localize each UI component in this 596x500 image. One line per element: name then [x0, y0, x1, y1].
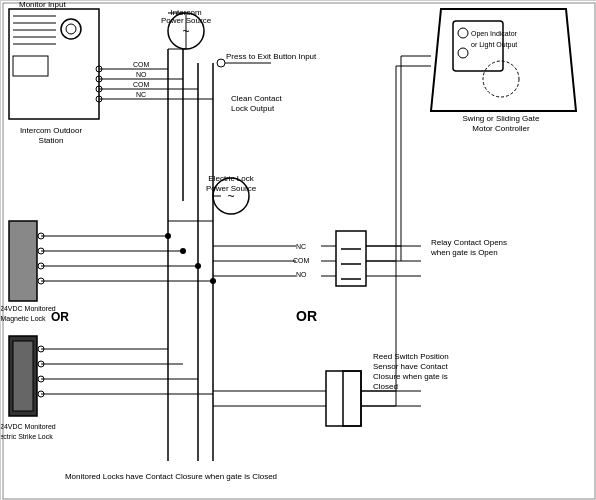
- svg-text:COM: COM: [133, 81, 150, 88]
- svg-text:Monitored Locks have Contact C: Monitored Locks have Contact Closure whe…: [65, 472, 277, 481]
- svg-text:Swing or Sliding Gate: Swing or Sliding Gate: [463, 114, 540, 123]
- svg-text:Magnetic Lock: Magnetic Lock: [1, 315, 46, 323]
- svg-point-53: [180, 248, 186, 254]
- svg-text:COM: COM: [133, 61, 150, 68]
- svg-text:or Light Output: or Light Output: [471, 41, 517, 49]
- svg-text:NO: NO: [136, 71, 147, 78]
- svg-text:OR: OR: [296, 308, 317, 324]
- svg-point-54: [195, 263, 201, 269]
- svg-text:12/24VDC Monitored: 12/24VDC Monitored: [1, 423, 56, 430]
- svg-text:NC: NC: [136, 91, 146, 98]
- svg-text:Power Source: Power Source: [206, 184, 257, 193]
- svg-text:Monitor Input: Monitor Input: [19, 1, 66, 9]
- svg-text:Clean Contact: Clean Contact: [231, 94, 282, 103]
- svg-point-52: [165, 233, 171, 239]
- svg-text:Electric Strike Lock: Electric Strike Lock: [1, 433, 53, 440]
- svg-text:Reed Switch Position: Reed Switch Position: [373, 352, 449, 361]
- svg-text:Relay Contact Opens: Relay Contact Opens: [431, 238, 507, 247]
- svg-text:Press to Exit Button Input: Press to Exit Button Input: [226, 52, 317, 61]
- svg-text:NC: NC: [296, 243, 306, 250]
- svg-text:Intercom Outdoor: Intercom Outdoor: [20, 126, 83, 135]
- svg-text:OR: OR: [51, 310, 69, 324]
- svg-point-55: [210, 278, 216, 284]
- svg-text:Sensor have Contact: Sensor have Contact: [373, 362, 448, 371]
- svg-rect-58: [13, 341, 33, 411]
- svg-text:Lock Output: Lock Output: [231, 104, 275, 113]
- svg-text:Closure when gate is: Closure when gate is: [373, 372, 448, 381]
- svg-text:NO: NO: [296, 271, 307, 278]
- svg-text:when gate is Open: when gate is Open: [430, 248, 498, 257]
- svg-text:Station: Station: [39, 136, 64, 145]
- svg-text:12/24VDC Monitored: 12/24VDC Monitored: [1, 305, 56, 312]
- svg-rect-43: [9, 221, 37, 301]
- svg-text:Closed: Closed: [373, 382, 398, 391]
- wiring-diagram: Monitor Input ~ Intercom Power Source Pr…: [0, 0, 596, 500]
- svg-text:Open Indicator: Open Indicator: [471, 30, 518, 38]
- svg-text:Motor Controller: Motor Controller: [472, 124, 530, 133]
- svg-text:Electric Lock: Electric Lock: [208, 174, 254, 183]
